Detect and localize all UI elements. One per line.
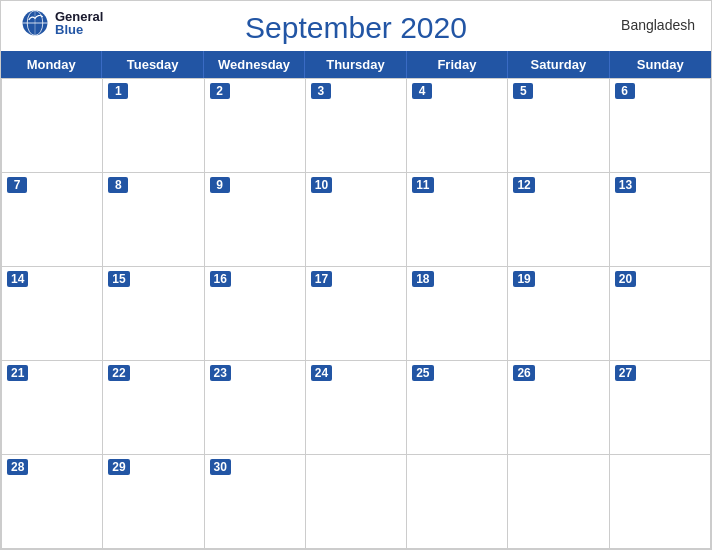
day-number: 23	[210, 365, 231, 381]
day-number: 25	[412, 365, 433, 381]
calendar: General Blue September 2020 Bangladesh M…	[0, 0, 712, 550]
day-number: 22	[108, 365, 129, 381]
day-number: 29	[108, 459, 129, 475]
day-number: 26	[513, 365, 534, 381]
day-headers: Monday Tuesday Wednesday Thursday Friday…	[1, 51, 711, 78]
day-number: 7	[7, 177, 27, 193]
day-cell: 9	[205, 173, 306, 267]
day-number: 21	[7, 365, 28, 381]
day-number: 19	[513, 271, 534, 287]
day-header-sunday: Sunday	[610, 51, 711, 78]
day-cell: 16	[205, 267, 306, 361]
day-cell: 21	[2, 361, 103, 455]
day-cell: 15	[103, 267, 204, 361]
day-cell: 27	[610, 361, 711, 455]
day-cell: 2	[205, 79, 306, 173]
day-number: 30	[210, 459, 231, 475]
day-number: 9	[210, 177, 230, 193]
country-label: Bangladesh	[621, 17, 695, 33]
day-header-saturday: Saturday	[508, 51, 609, 78]
day-header-thursday: Thursday	[305, 51, 406, 78]
day-cell: 29	[103, 455, 204, 549]
day-cell: 3	[306, 79, 407, 173]
month-title: September 2020	[245, 11, 467, 45]
day-cell: 23	[205, 361, 306, 455]
day-cell: 17	[306, 267, 407, 361]
day-header-tuesday: Tuesday	[102, 51, 203, 78]
day-cell	[2, 79, 103, 173]
day-number: 16	[210, 271, 231, 287]
day-cell: 10	[306, 173, 407, 267]
day-cell: 30	[205, 455, 306, 549]
day-number: 17	[311, 271, 332, 287]
generalblue-logo-icon	[17, 9, 53, 37]
day-cell: 5	[508, 79, 609, 173]
day-cell: 8	[103, 173, 204, 267]
day-header-friday: Friday	[407, 51, 508, 78]
day-cell: 20	[610, 267, 711, 361]
day-number: 24	[311, 365, 332, 381]
day-cell	[508, 455, 609, 549]
day-number: 27	[615, 365, 636, 381]
day-number: 2	[210, 83, 230, 99]
day-number: 4	[412, 83, 432, 99]
day-cell: 4	[407, 79, 508, 173]
day-number: 3	[311, 83, 331, 99]
day-cell: 26	[508, 361, 609, 455]
day-cell: 24	[306, 361, 407, 455]
day-number: 15	[108, 271, 129, 287]
day-cell: 25	[407, 361, 508, 455]
day-cell: 12	[508, 173, 609, 267]
day-number: 13	[615, 177, 636, 193]
day-cell: 1	[103, 79, 204, 173]
day-number: 28	[7, 459, 28, 475]
day-header-monday: Monday	[1, 51, 102, 78]
day-number: 20	[615, 271, 636, 287]
day-cell: 19	[508, 267, 609, 361]
calendar-grid: 1234567891011121314151617181920212223242…	[1, 78, 711, 549]
day-cell: 13	[610, 173, 711, 267]
day-header-wednesday: Wednesday	[204, 51, 305, 78]
day-number: 8	[108, 177, 128, 193]
logo-blue: Blue	[55, 23, 83, 36]
day-number: 18	[412, 271, 433, 287]
day-number: 6	[615, 83, 635, 99]
day-number: 11	[412, 177, 433, 193]
day-cell	[306, 455, 407, 549]
logo-text: General Blue	[55, 10, 103, 36]
calendar-header: General Blue September 2020 Bangladesh	[1, 1, 711, 51]
day-cell: 18	[407, 267, 508, 361]
day-number: 1	[108, 83, 128, 99]
day-number: 12	[513, 177, 534, 193]
day-number: 14	[7, 271, 28, 287]
logo: General Blue	[17, 9, 103, 37]
day-number: 5	[513, 83, 533, 99]
day-number: 10	[311, 177, 332, 193]
day-cell: 28	[2, 455, 103, 549]
day-cell: 22	[103, 361, 204, 455]
day-cell: 7	[2, 173, 103, 267]
day-cell: 11	[407, 173, 508, 267]
day-cell	[610, 455, 711, 549]
day-cell: 6	[610, 79, 711, 173]
day-cell	[407, 455, 508, 549]
day-cell: 14	[2, 267, 103, 361]
